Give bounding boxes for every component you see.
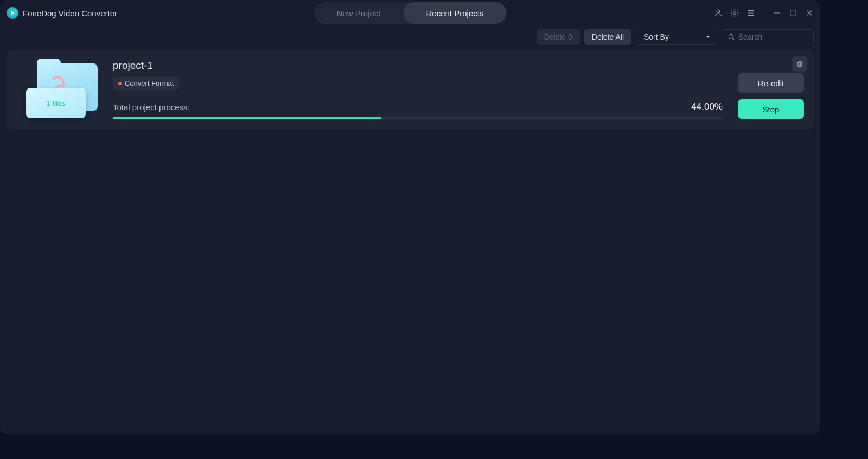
reedit-button[interactable]: Re-edit (738, 73, 804, 93)
progress-fill (113, 117, 381, 119)
window-controls (712, 0, 816, 26)
project-tag-label: Convert Format (125, 79, 174, 87)
app-logo-icon (7, 7, 18, 19)
sort-by-label: Sort By (644, 33, 669, 41)
delete-all-button[interactable]: Delete All (584, 29, 631, 45)
tab-new-project[interactable]: New Project (314, 2, 404, 24)
chevron-down-icon (705, 34, 711, 40)
progress-label: Total project process: (113, 103, 190, 112)
app-window: FoneDog Video Converter New Project Rece… (0, 0, 820, 434)
project-name: project-1 (113, 60, 723, 72)
svg-point-0 (717, 10, 720, 13)
trash-icon (796, 60, 803, 68)
project-list: 1 files project-1 Convert Format Total p… (0, 48, 820, 131)
progress-percent: 44.00% (691, 101, 723, 112)
stop-button[interactable]: Stop (738, 99, 804, 119)
project-tag: Convert Format (113, 77, 179, 90)
search-input[interactable] (738, 33, 808, 41)
project-delete-button[interactable] (792, 56, 807, 72)
close-icon[interactable] (803, 7, 816, 20)
project-thumbnail: 1 files (16, 60, 98, 119)
account-icon[interactable] (712, 7, 725, 20)
project-card: 1 files project-1 Convert Format Total p… (7, 50, 814, 129)
progress-bar (113, 117, 723, 119)
tab-group: New Project Recent Projects (314, 2, 507, 24)
project-actions: Re-edit Stop (738, 73, 804, 119)
toolbar: Delete 0 Delete All Sort By (0, 26, 820, 48)
delete-selected-button[interactable]: Delete 0 (537, 29, 580, 45)
app-brand: FoneDog Video Converter (5, 7, 117, 19)
titlebar: FoneDog Video Converter New Project Rece… (0, 0, 820, 26)
project-info: project-1 Convert Format Total project p… (113, 60, 723, 119)
svg-point-4 (54, 76, 57, 79)
app-title: FoneDog Video Converter (23, 9, 117, 18)
search-icon (727, 33, 735, 41)
status-dot-icon (118, 82, 122, 85)
search-box[interactable] (722, 29, 814, 44)
maximize-icon[interactable] (787, 7, 800, 20)
minimize-icon[interactable] (770, 7, 783, 20)
tab-recent-projects[interactable]: Recent Projects (403, 2, 506, 24)
settings-icon[interactable] (728, 7, 741, 20)
svg-point-1 (733, 12, 736, 15)
sort-by-select[interactable]: Sort By (636, 29, 717, 45)
svg-point-3 (729, 34, 733, 39)
project-files-label: 1 files (47, 99, 65, 107)
menu-icon[interactable] (744, 7, 757, 20)
svg-rect-2 (790, 10, 796, 16)
